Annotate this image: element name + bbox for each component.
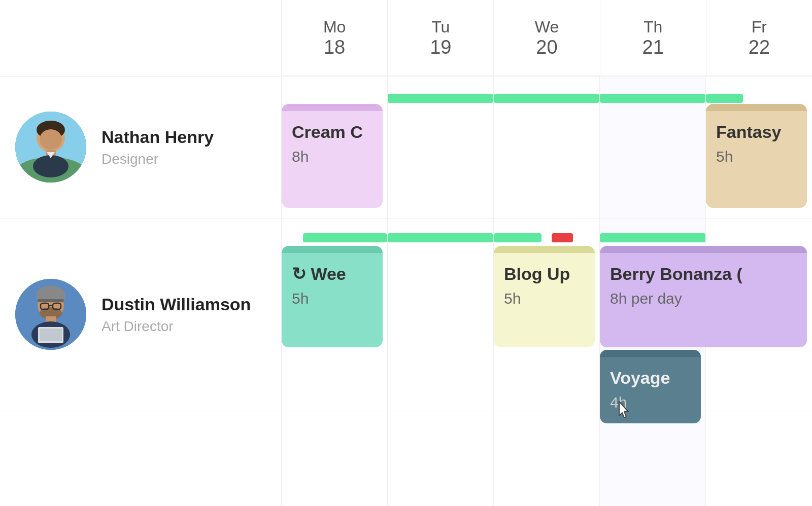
header-row: Mo 18 Tu 19 We 20 Th 21 Fr 22	[282, 0, 812, 76]
task-card-title: ↻ Wee	[292, 263, 373, 285]
person-info-dustin: Dustin Williamson Art Director	[0, 218, 282, 411]
avail-bar	[388, 233, 493, 242]
avatar-nathan	[15, 112, 86, 183]
task-card-title: Voyage	[610, 367, 691, 389]
avail-bar	[388, 94, 493, 103]
day-col-fr: Fr 22	[706, 0, 812, 76]
cursor-pointer	[615, 401, 633, 426]
task-card-header-bar	[282, 104, 383, 111]
task-card-header-bar	[600, 350, 701, 357]
task-card-duration: 5h	[504, 290, 585, 307]
task-card-header-bar	[706, 104, 807, 111]
day-num-2: 20	[536, 37, 557, 58]
person-text-nathan: Nathan Henry Designer	[101, 127, 214, 167]
nathan-role: Designer	[101, 151, 214, 167]
day-num-0: 18	[324, 37, 345, 58]
svg-point-7	[33, 155, 69, 177]
svg-point-5	[40, 129, 62, 150]
nathan-name: Nathan Henry	[101, 127, 214, 147]
task-card-header-bar	[282, 246, 383, 253]
task-card-duration: 8h	[292, 148, 373, 165]
day-name-0: Mo	[323, 18, 346, 37]
person-info-nathan: Nathan Henry Designer	[0, 76, 282, 218]
day-col-tu: Tu 19	[388, 0, 494, 76]
task-card-header-bar	[600, 246, 807, 253]
avatar-dustin	[15, 279, 86, 350]
svg-rect-13	[38, 299, 64, 302]
task-card-title: Cream C	[292, 121, 373, 143]
task-card[interactable]: Berry Bonanza (8h per day	[600, 246, 807, 347]
task-card-duration: 8h per day	[610, 290, 797, 307]
person-text-dustin: Dustin Williamson Art Director	[101, 295, 251, 335]
timeline: Cream C8hFantasy5h↻ Wee5hBlog Up5hBerry …	[282, 76, 812, 506]
task-card[interactable]: ↻ Wee5h	[282, 246, 383, 347]
task-card-title: Berry Bonanza (	[610, 263, 797, 285]
day-name-3: Th	[644, 18, 662, 37]
dustin-role: Art Director	[101, 318, 251, 335]
task-card[interactable]: Fantasy5h	[706, 104, 807, 208]
avail-bar	[494, 233, 542, 242]
dustin-name: Dustin Williamson	[101, 295, 251, 314]
svg-rect-12	[37, 293, 65, 300]
day-num-1: 19	[430, 37, 451, 58]
task-card-duration: 5h	[716, 148, 797, 165]
task-card[interactable]: Blog Up5h	[494, 246, 595, 347]
timeline-col-1	[388, 76, 494, 506]
day-num-4: 22	[749, 37, 770, 58]
task-card-title: Blog Up	[504, 263, 585, 285]
day-name-4: Fr	[752, 18, 767, 37]
day-name-1: Tu	[431, 18, 450, 37]
day-col-we: We 20	[494, 0, 600, 76]
avail-bar	[706, 94, 743, 103]
scheduler-container: Mo 18 Tu 19 We 20 Th 21 Fr 22	[0, 0, 812, 506]
avail-bar	[552, 233, 573, 242]
svg-rect-21	[40, 329, 62, 341]
day-num-3: 21	[642, 37, 664, 58]
avail-bar	[600, 233, 705, 242]
task-card-title: Fantasy	[716, 121, 797, 143]
day-name-2: We	[535, 18, 559, 37]
avail-bar	[494, 94, 599, 103]
task-card-duration: 5h	[292, 290, 373, 307]
avail-bar	[303, 233, 387, 242]
avail-bar	[600, 94, 705, 103]
day-col-mo: Mo 18	[282, 0, 388, 76]
task-card[interactable]: Cream C8h	[282, 104, 383, 208]
task-card-header-bar	[494, 246, 595, 253]
day-col-th: Th 21	[600, 0, 706, 76]
